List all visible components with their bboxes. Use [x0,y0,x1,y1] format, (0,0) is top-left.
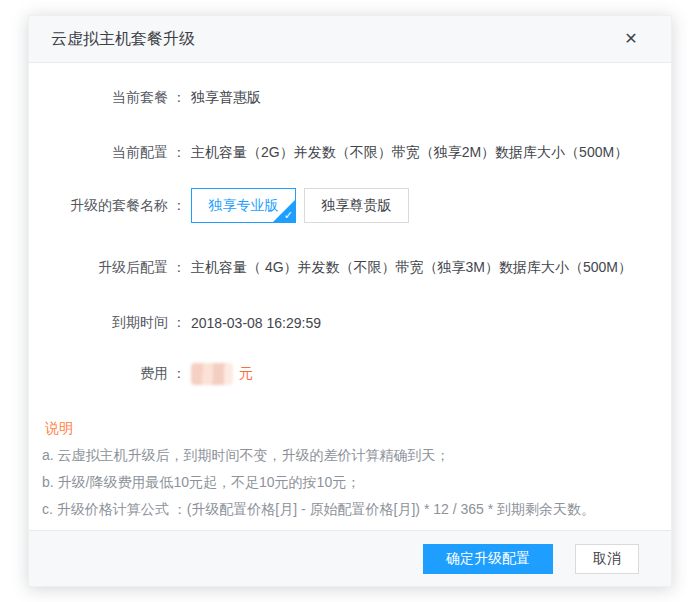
row-expire-time: 到期时间 ： 2018-03-08 16:29:59 [29,313,671,333]
dialog-footer: 确定升级配置 取消 [29,530,671,586]
fee-amount-redacted [191,363,233,385]
dialog-body: 当前套餐 ： 独享普惠版 当前配置 ： 主机容量（2G）并发数（不限）带宽（独享… [29,63,671,519]
dialog-title: 云虚拟主机套餐升级 [29,16,671,62]
row-fee: 费用 ： 元 [29,363,671,385]
current-package-label: 当前套餐 ： [29,89,186,107]
confirm-upgrade-button[interactable]: 确定升级配置 [423,544,553,574]
package-option-professional[interactable]: 独享专业版 ✓ [191,188,296,223]
note-item-a: a. 云虚拟主机升级后，到期时间不变，升级的差价计算精确到天； [29,445,671,465]
fee-value: 元 [191,363,253,385]
close-icon[interactable]: ✕ [613,16,649,62]
package-option-premium[interactable]: 独享尊贵版 [304,188,409,223]
row-current-config: 当前配置 ： 主机容量（2G）并发数（不限）带宽（独享2M）数据库大小（500M… [29,143,671,163]
expire-time-label: 到期时间 ： [29,314,186,332]
cancel-button[interactable]: 取消 [575,544,639,574]
page-background: 云虚拟主机套餐升级 ✕ 当前套餐 ： 独享普惠版 当前配置 ： 主机容量（2G）… [0,0,699,602]
notes-heading: 说明 [29,418,671,438]
fee-label: 费用 ： [29,365,186,383]
current-config-label: 当前配置 ： [29,144,186,162]
row-upgrade-package: 升级的套餐名称 ： 独享专业版 ✓ 独享尊贵版 [29,188,671,223]
after-config-label: 升级后配置 ： [29,259,186,277]
upgrade-package-label: 升级的套餐名称 ： [29,197,186,215]
package-option-label: 独享专业版 [209,197,279,215]
dialog-header: 云虚拟主机套餐升级 ✕ [29,16,671,63]
check-icon: ✓ [284,208,293,222]
row-current-package: 当前套餐 ： 独享普惠版 [29,88,671,108]
current-config-value: 主机容量（2G）并发数（不限）带宽（独享2M）数据库大小（500M） [191,144,628,162]
expire-time-value: 2018-03-08 16:29:59 [191,315,321,331]
fee-unit: 元 [239,365,253,383]
notes-section: 说明 a. 云虚拟主机升级后，到期时间不变，升级的差价计算精确到天； b. 升级… [29,418,671,519]
package-option-label: 独享尊贵版 [322,197,392,215]
current-package-value: 独享普惠版 [191,89,261,107]
row-after-config: 升级后配置 ： 主机容量（ 4G）并发数（不限）带宽（独享3M）数据库大小（50… [29,258,671,278]
after-config-value: 主机容量（ 4G）并发数（不限）带宽（独享3M）数据库大小（500M） [191,259,632,277]
note-item-c: c. 升级价格计算公式 ：(升级配置价格[月] - 原始配置价格[月]) * 1… [29,499,671,519]
note-item-b: b. 升级/降级费用最低10元起，不足10元的按10元； [29,472,671,492]
upgrade-dialog: 云虚拟主机套餐升级 ✕ 当前套餐 ： 独享普惠版 当前配置 ： 主机容量（2G）… [28,15,672,587]
package-options: 独享专业版 ✓ 独享尊贵版 [191,188,409,223]
